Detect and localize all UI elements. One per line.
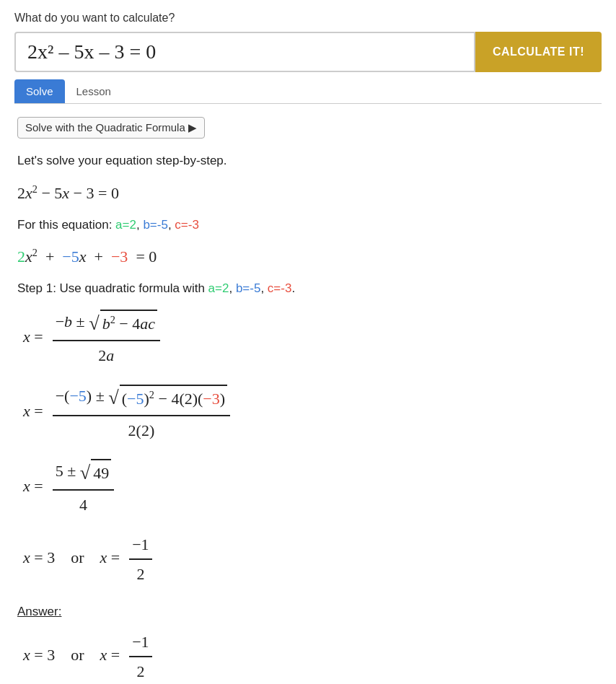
calculate-button[interactable]: CALCULATE IT! xyxy=(475,32,602,72)
general-numerator: −b ± √ b2 − 4ac xyxy=(53,308,160,341)
simp-fraction: 5 ± √ 49 4 xyxy=(53,457,115,517)
main-content: Solve with the Quadratic Formula ▶ Let's… xyxy=(14,117,602,684)
answer-label: Answer: xyxy=(17,605,599,619)
dropdown-arrow-icon: ▶ xyxy=(188,121,197,133)
quadratic-formula-general: x = −b ± √ b2 − 4ac 2a xyxy=(23,308,599,368)
answer-fraction: −1 2 xyxy=(129,629,151,684)
sub-sqrt: √ (−5)2 − 4(2)(−3) xyxy=(108,382,227,413)
solution2-num: −1 xyxy=(129,532,151,560)
answer-solutions-line: x = 3 or x = −1 2 xyxy=(23,629,599,684)
answer-num: −1 xyxy=(129,629,151,657)
method-selector-label: Solve with the Quadratic Formula xyxy=(25,121,185,133)
answer-section: Answer: x = 3 or x = −1 2 xyxy=(17,605,599,684)
quadratic-formula-simplified: x = 5 ± √ 49 4 xyxy=(23,457,599,517)
equation-input[interactable] xyxy=(14,32,475,72)
solution2-den: 2 xyxy=(133,560,147,587)
simp-radicand: 49 xyxy=(91,459,111,486)
colored-c: −3 xyxy=(111,247,128,266)
sub-numerator: −(−5) ± √ (−5)2 − 4(2)(−3) xyxy=(53,382,230,416)
general-radicand: b2 − 4ac xyxy=(100,310,157,336)
tab-solve[interactable]: Solve xyxy=(14,79,65,103)
simp-denominator: 4 xyxy=(76,491,90,517)
solution2-fraction: −1 2 xyxy=(129,532,151,587)
or-text-1: or xyxy=(71,548,84,566)
value-a: a=2 xyxy=(115,218,136,232)
step1-text: Step 1: Use quadratic formula with a=2, … xyxy=(17,279,599,298)
sub-fraction: −(−5) ± √ (−5)2 − 4(2)(−3) 2(2) xyxy=(53,382,230,442)
for-this-equation-text: For this equation: a=2, b=-5, c=-3 xyxy=(17,216,599,234)
simp-sqrt: √ 49 xyxy=(80,457,111,488)
original-equation: 2x2 − 5x − 3 = 0 xyxy=(17,180,599,206)
colored-equation: 2x2 + −5x + −3 = 0 xyxy=(17,244,599,269)
answer-den: 2 xyxy=(133,657,147,684)
tabs: Solve Lesson xyxy=(14,79,602,104)
or-text-2: or xyxy=(71,646,84,664)
tab-lesson[interactable]: Lesson xyxy=(65,79,123,103)
value-c: c=-3 xyxy=(175,218,199,232)
simp-numerator: 5 ± √ 49 xyxy=(53,457,115,491)
sub-denominator: 2(2) xyxy=(126,416,158,443)
solutions-line: x = 3 or x = −1 2 xyxy=(23,532,599,587)
sub-radicand: (−5)2 − 4(2)(−3) xyxy=(120,385,227,411)
colored-b: −5 xyxy=(62,247,79,266)
value-b: b=-5 xyxy=(143,218,168,232)
method-selector-dropdown[interactable]: Solve with the Quadratic Formula ▶ xyxy=(17,117,205,139)
general-fraction: −b ± √ b2 − 4ac 2a xyxy=(53,308,160,368)
quadratic-formula-substituted: x = −(−5) ± √ (−5)2 − 4(2)(−3) 2(2) xyxy=(23,382,599,442)
general-sqrt: √ b2 − 4ac xyxy=(89,308,157,338)
colored-a: 2 xyxy=(17,247,25,266)
input-row: CALCULATE IT! xyxy=(14,32,602,72)
general-denominator: 2a xyxy=(95,341,117,368)
intro-text: Let's solve your equation step-by-step. xyxy=(17,152,599,170)
top-label: What do you want to calculate? xyxy=(14,12,602,25)
